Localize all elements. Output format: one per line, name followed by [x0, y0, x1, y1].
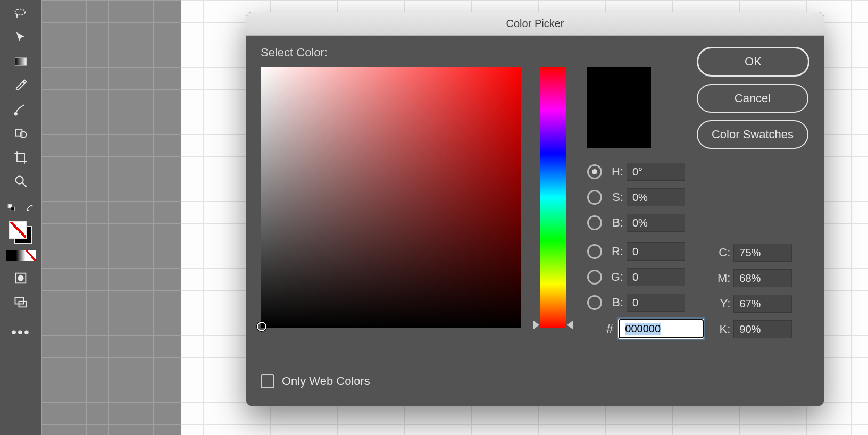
brightness-input[interactable]	[627, 214, 685, 232]
canvas-grey-grid[interactable]	[41, 0, 181, 435]
ok-button[interactable]: OK	[697, 47, 809, 77]
left-toolbar: •••	[0, 0, 41, 435]
svg-point-6	[16, 177, 23, 184]
color-preview	[587, 67, 651, 148]
svg-point-5	[20, 132, 27, 138]
dialog-titlebar[interactable]: Color Picker	[246, 12, 824, 36]
saturation-input[interactable]	[627, 188, 685, 206]
svg-rect-8	[11, 207, 15, 211]
dialog-title: Color Picker	[506, 18, 564, 30]
cancel-button[interactable]: Cancel	[697, 84, 808, 113]
gradient-tool[interactable]	[7, 50, 34, 73]
blue-radio[interactable]	[587, 295, 602, 310]
hex-input[interactable]	[619, 319, 704, 338]
screenmode-tool[interactable]	[7, 290, 34, 314]
hex-label: #	[606, 321, 613, 336]
svg-rect-2	[15, 58, 27, 65]
hue-input[interactable]	[627, 163, 685, 181]
more-tools-button[interactable]: •••	[7, 322, 34, 343]
cyan-input[interactable]	[733, 244, 792, 262]
lasso-tool[interactable]	[7, 2, 34, 26]
red-input[interactable]	[627, 242, 685, 261]
toolbar-separator	[5, 197, 37, 197]
solid-mode-icon[interactable]	[6, 250, 16, 261]
svg-point-10	[18, 275, 23, 280]
only-web-colors-label: Only Web Colors	[282, 374, 370, 388]
color-picker-dialog: Color Picker Select Color: H:	[246, 12, 824, 406]
hue-arrow-left-icon	[533, 320, 539, 330]
green-input[interactable]	[627, 268, 685, 286]
red-label: R:	[607, 245, 623, 258]
saturation-label: S:	[607, 190, 623, 204]
brightness-label: B:	[607, 216, 623, 230]
hue-radio[interactable]	[587, 164, 602, 179]
svg-rect-11	[15, 298, 24, 304]
blue-input[interactable]	[627, 294, 685, 312]
eyedropper-tool[interactable]	[7, 74, 34, 97]
brightness-radio[interactable]	[587, 215, 602, 230]
quickmask-tool[interactable]	[7, 266, 34, 290]
gradient-mode-icon[interactable]	[16, 250, 26, 261]
only-web-colors-checkbox[interactable]	[261, 374, 274, 388]
red-radio[interactable]	[587, 244, 602, 259]
brush-tool[interactable]	[7, 98, 34, 121]
svg-point-1	[16, 14, 18, 16]
svg-point-3	[14, 113, 17, 115]
magenta-input[interactable]	[733, 269, 792, 287]
cursor-tool[interactable]	[7, 26, 34, 49]
hue-arrow-right-icon	[567, 320, 573, 330]
swap-colors-icon[interactable]	[25, 203, 35, 215]
yellow-label: Y:	[714, 297, 730, 311]
crop-tool[interactable]	[7, 146, 34, 169]
green-radio[interactable]	[587, 270, 602, 285]
black-label: K:	[714, 322, 730, 336]
saturation-value-field[interactable]	[261, 67, 521, 328]
magenta-label: M:	[714, 271, 730, 285]
saturation-radio[interactable]	[587, 190, 602, 205]
cyan-label: C:	[714, 246, 730, 260]
yellow-input[interactable]	[733, 295, 792, 313]
zoom-tool[interactable]	[7, 170, 34, 193]
default-colors-icon[interactable]	[7, 203, 16, 215]
fg-bg-color-tool[interactable]	[6, 219, 36, 246]
none-mode-icon[interactable]	[26, 250, 36, 261]
sv-cursor-icon[interactable]	[257, 322, 266, 331]
hue-slider[interactable]	[540, 67, 566, 328]
color-mode-switcher[interactable]	[6, 250, 36, 261]
black-input[interactable]	[733, 320, 792, 338]
blue-label: B:	[607, 296, 623, 309]
green-label: G:	[607, 270, 623, 284]
foreground-color-swatch[interactable]	[9, 221, 27, 239]
shape-tool[interactable]	[7, 122, 34, 145]
hue-label: H:	[607, 165, 623, 179]
color-swatches-button[interactable]: Color Swatches	[697, 120, 808, 149]
